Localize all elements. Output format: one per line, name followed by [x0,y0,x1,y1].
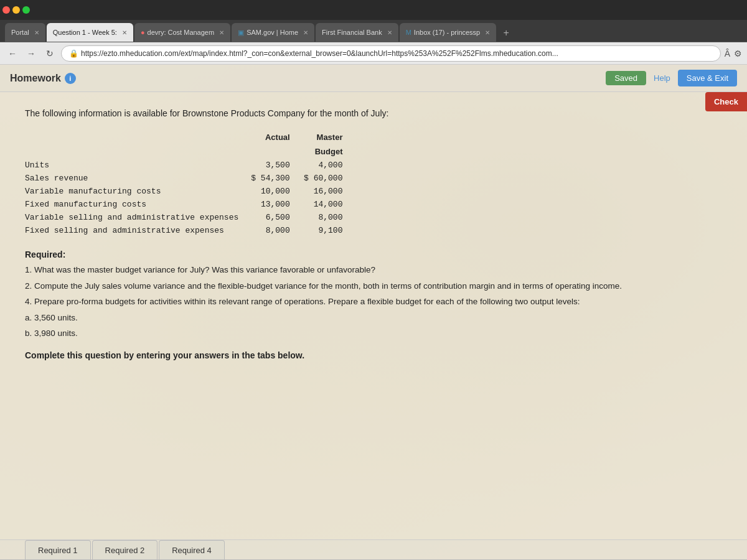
row-actual: $ 54,300 [251,172,302,185]
browser-tabs-bar: Portal ✕ Question 1 - Week 5: ✕ ● devry:… [0,20,747,42]
tab-sam-label: SAM.gov | Home [247,29,298,36]
answer-tabs-bar: Required 1Required 2Required 4 [0,539,747,559]
row-actual: 3,500 [251,159,302,172]
row-actual: 8,000 [251,224,302,237]
required-item: 1. What was the master budget variance f… [25,263,722,277]
complete-instruction: Complete this question by entering your … [25,350,722,360]
tab-devry[interactable]: ● devry: Cost Managem ✕ [134,23,230,42]
row-label: Variable manufacturing costs [25,185,251,198]
check-button[interactable]: Check [705,92,747,111]
row-label: Sales revenue [25,172,251,185]
answer-tab-req1[interactable]: Required 1 [25,540,91,560]
maximize-window-button[interactable] [22,6,30,14]
address-bar: ← → ↻ 🔒 https://ezto.mheducation.com/ext… [0,42,747,65]
profile-icon[interactable]: Â [725,49,730,58]
tab-portal-close[interactable]: ✕ [34,29,39,36]
row-budget: 8,000 [303,211,355,224]
url-text: https://ezto.mheducation.com/ext/map/ind… [81,49,558,58]
save-exit-button[interactable]: Save & Exit [678,70,737,86]
data-table: Actual Master Budget Units 3,500 4,000 S… [25,130,722,237]
table-row: Fixed manufacturing costs 13,000 14,000 [25,198,355,211]
tab-question-label: Question 1 - Week 5: [53,29,117,36]
row-actual: 10,000 [251,185,302,198]
tab-bank-close[interactable]: ✕ [387,29,392,36]
window-controls [2,6,30,14]
row-actual: 6,500 [251,211,302,224]
back-button[interactable]: ← [5,46,20,61]
row-budget: 9,100 [303,224,355,237]
required-item: 2. Compute the July sales volume varianc… [25,279,722,293]
tab-inbox-icon: M [406,29,411,36]
minimize-window-button[interactable] [12,6,20,14]
tab-bank[interactable]: First Financial Bank ✕ [316,23,398,42]
tab-question-close[interactable]: ✕ [122,29,127,36]
row-budget: 4,000 [303,159,355,172]
tab-bank-label: First Financial Bank [322,29,382,36]
col-actual-header: Actual [251,130,302,144]
table-row: Units 3,500 4,000 [25,159,355,172]
tab-sam[interactable]: ▣ SAM.gov | Home ✕ [232,23,314,42]
row-label: Fixed selling and administrative expense… [25,224,251,237]
toolbar-right: Saved Help Save & Exit [606,70,737,86]
row-label: Units [25,159,251,172]
col-budget-header-1: Master [303,130,355,144]
tab-portal-label: Portal [11,29,29,36]
tab-devry-icon: ● [141,29,145,36]
required-item: b. 3,980 units. [25,327,722,340]
required-item: a. 3,560 units. [25,311,722,325]
tab-portal[interactable]: Portal ✕ [5,23,45,42]
row-budget: 16,000 [303,185,355,198]
tab-question[interactable]: Question 1 - Week 5: ✕ [47,23,133,42]
address-right-icons: Â ⚙ [725,49,742,58]
refresh-button[interactable]: ↻ [42,46,57,61]
extensions-icon[interactable]: ⚙ [734,49,742,58]
row-actual: 13,000 [251,198,302,211]
lock-icon: 🔒 [69,49,78,58]
forward-button[interactable]: → [24,46,39,61]
question-intro: The following information is available f… [25,107,722,120]
row-label: Variable selling and administrative expe… [25,211,251,224]
required-section: Required: 1. What was the master budget … [25,250,722,340]
homework-label: Homework [10,73,61,84]
tab-inbox-label: Inbox (17) - princessp [414,29,480,36]
system-top-bar [0,0,747,20]
row-budget: $ 60,000 [303,172,355,185]
required-item: 4. Prepare pro-forma budgets for activit… [25,295,722,309]
content-area: Homework i Saved Help Save & Exit Check … [0,65,747,560]
help-button[interactable]: Help [654,73,670,83]
table-row: Variable selling and administrative expe… [25,211,355,224]
question-content: The following information is available f… [0,92,747,539]
tab-devry-close[interactable]: ✕ [219,29,224,36]
row-label: Fixed manufacturing costs [25,198,251,211]
required-title: Required: [25,250,722,259]
tab-sam-close[interactable]: ✕ [303,29,308,36]
close-window-button[interactable] [2,6,10,14]
col-budget-header-2: Budget [303,144,355,159]
new-tab-button[interactable]: + [497,24,515,42]
tab-devry-label: devry: Cost Managem [148,29,215,36]
answer-tab-req2[interactable]: Required 2 [92,540,158,560]
row-budget: 14,000 [303,198,355,211]
answer-tab-req4[interactable]: Required 4 [159,540,225,560]
homework-title-area: Homework i [10,73,76,84]
table-row: Variable manufacturing costs 10,000 16,0… [25,185,355,198]
tab-sam-icon: ▣ [238,29,244,37]
saved-badge: Saved [606,71,646,85]
table-row: Fixed selling and administrative expense… [25,224,355,237]
homework-toolbar: Homework i Saved Help Save & Exit [0,65,747,92]
tab-inbox[interactable]: M Inbox (17) - princessp ✕ [400,23,497,42]
tab-inbox-close[interactable]: ✕ [485,29,490,36]
info-icon[interactable]: i [65,73,76,84]
url-input[interactable]: 🔒 https://ezto.mheducation.com/ext/map/i… [61,45,721,62]
table-row: Sales revenue $ 54,300 $ 60,000 [25,172,355,185]
